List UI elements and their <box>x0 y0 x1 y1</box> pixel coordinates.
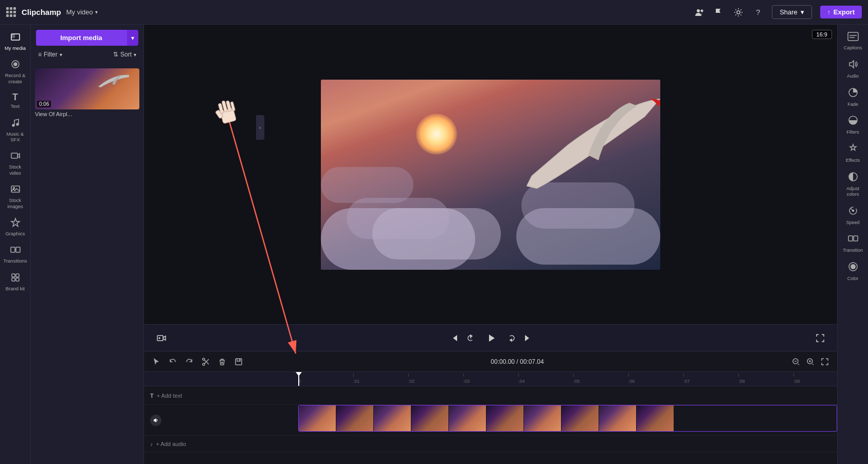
topbar: Clipchamp My video ▾ ? Share ▾ <box>0 0 868 25</box>
media-name: View Of Airpl... <box>35 111 139 117</box>
audio-icon <box>848 59 858 72</box>
sidebar-label-graphics: Graphics <box>5 231 25 236</box>
people-icon[interactable] <box>694 7 705 18</box>
filmstrip <box>298 405 837 432</box>
export-button[interactable]: ↑ Export <box>820 6 862 18</box>
svg-rect-49 <box>848 236 853 241</box>
sidebar-item-brand-kit[interactable]: Brand kit <box>2 269 29 294</box>
rs-item-fade[interactable]: Fade <box>839 84 867 110</box>
sidebar-item-graphics[interactable]: Graphics <box>2 214 29 239</box>
film-frame <box>374 405 411 432</box>
rs-item-adjust-colors[interactable]: Adjust colors <box>839 169 867 200</box>
text-track-content <box>298 386 837 404</box>
skip-back-button[interactable] <box>448 331 461 345</box>
playhead <box>298 372 299 386</box>
ruler-mark: :03 <box>463 379 518 384</box>
media-item[interactable]: 0:06 View Of Airpl... <box>35 68 139 117</box>
timeline-toolbar: 00:00.00 / 00:07.04 <box>144 351 837 372</box>
timeline-ruler: 0 :01 :02 :03 :04 :05 :06 :07 :08 :09 :1… <box>144 372 837 386</box>
sidebar-item-stock-images[interactable]: Stock images <box>2 181 29 212</box>
zoom-fit-button[interactable] <box>819 357 831 367</box>
ruler-mark: :02 <box>408 379 463 384</box>
filter-icon: ≡ <box>38 51 42 58</box>
zoom-out-button[interactable] <box>790 357 802 367</box>
rs-item-filters[interactable]: Filters <box>839 112 867 138</box>
zoom-in-button[interactable] <box>804 357 817 367</box>
fullscreen-button[interactable] <box>813 331 827 345</box>
svg-point-0 <box>697 9 700 12</box>
play-button[interactable] <box>483 330 499 346</box>
undo-button[interactable] <box>167 357 179 367</box>
svg-rect-9 <box>11 153 17 158</box>
filter-button[interactable]: ≡ Filter ▾ <box>36 50 64 59</box>
rs-item-audio[interactable]: Audio <box>839 56 867 82</box>
film-frame <box>562 405 599 432</box>
project-name[interactable]: My video ▾ <box>66 8 98 16</box>
film-frame <box>524 405 561 432</box>
svg-line-28 <box>798 364 799 365</box>
share-button[interactable]: Share ▾ <box>772 5 812 19</box>
sidebar-item-transitions[interactable]: Transitions <box>2 242 29 267</box>
sidebar-label-text: Text <box>11 103 20 109</box>
film-frame <box>486 405 523 432</box>
settings-icon[interactable] <box>733 7 744 18</box>
cut-button[interactable] <box>200 357 212 367</box>
import-media-button[interactable]: Import media <box>36 30 126 46</box>
rs-item-captions[interactable]: Captions <box>839 29 867 54</box>
add-audio-label[interactable]: + Add audio <box>156 441 186 447</box>
audio-track-icon: ♪ <box>150 441 153 447</box>
sidebar-item-my-media[interactable]: My media <box>2 29 29 54</box>
ruler-mark: :06 <box>628 379 683 384</box>
svg-point-48 <box>852 210 854 211</box>
ruler-mark: :08 <box>738 379 793 384</box>
sidebar-item-stock-video[interactable]: Stock video <box>2 147 29 179</box>
timeline-time-display: 00:00.00 / 00:07.04 <box>249 358 786 365</box>
rs-item-speed[interactable]: Speed <box>839 202 867 229</box>
rewind-button[interactable]: 5 <box>465 331 479 345</box>
camera-button[interactable] <box>154 331 169 345</box>
fast-forward-button[interactable] <box>503 331 517 345</box>
apps-icon[interactable] <box>6 7 16 17</box>
ruler-mark: :01 <box>353 379 408 384</box>
svg-point-23 <box>203 358 205 360</box>
effects-icon <box>848 143 858 156</box>
svg-line-24 <box>205 360 209 364</box>
video-track-content[interactable] <box>298 405 837 435</box>
speaker-icon[interactable] <box>150 415 161 426</box>
save-frame-button[interactable] <box>232 357 245 367</box>
collapse-panel-button[interactable]: ‹ <box>256 115 264 140</box>
rs-label-effects: Effects <box>846 158 860 163</box>
transitions-icon <box>10 245 21 256</box>
rs-item-transition[interactable]: Transition <box>839 230 867 256</box>
text-track-label: T + Add text <box>144 393 298 399</box>
film-frame <box>449 405 486 432</box>
skip-forward-button[interactable] <box>521 331 534 345</box>
audio-track-content <box>298 436 837 452</box>
sort-button[interactable]: ⇅ Sort ▾ <box>111 50 138 59</box>
timeline-area: 0 :01 :02 :03 :04 :05 :06 :07 :08 :09 :1… <box>144 372 837 464</box>
rs-label-filters: Filters <box>846 129 859 135</box>
text-track-icon: T <box>150 393 154 399</box>
sort-icon: ⇅ <box>113 51 118 58</box>
sidebar-item-music[interactable]: Music & SFX <box>2 115 29 146</box>
add-text-label[interactable]: + Add text <box>157 393 182 399</box>
rs-item-color[interactable]: Color <box>839 258 867 285</box>
sidebar-label-brand-kit: Brand kit <box>6 286 25 291</box>
sidebar-item-text[interactable]: T Text <box>2 89 29 112</box>
import-media-arrow-button[interactable]: ▾ <box>126 30 138 46</box>
help-icon[interactable]: ? <box>752 7 764 18</box>
delete-button[interactable] <box>216 357 228 367</box>
redo-button[interactable] <box>183 357 195 367</box>
rs-label-speed: Speed <box>846 220 859 226</box>
sidebar-item-record[interactable]: Record &create <box>2 56 29 87</box>
rs-label-captions: Captions <box>844 45 862 51</box>
rs-item-effects[interactable]: Effects <box>839 140 867 166</box>
filter-chevron: ▾ <box>60 52 62 58</box>
playback-bar: 5 <box>144 324 837 351</box>
captions-icon <box>847 32 859 44</box>
playhead-triangle <box>296 372 302 376</box>
flag-icon[interactable] <box>713 7 725 18</box>
sidebar-label-transitions: Transitions <box>3 258 27 264</box>
pointer-tool-button[interactable] <box>150 357 162 367</box>
fade-icon <box>848 87 858 100</box>
